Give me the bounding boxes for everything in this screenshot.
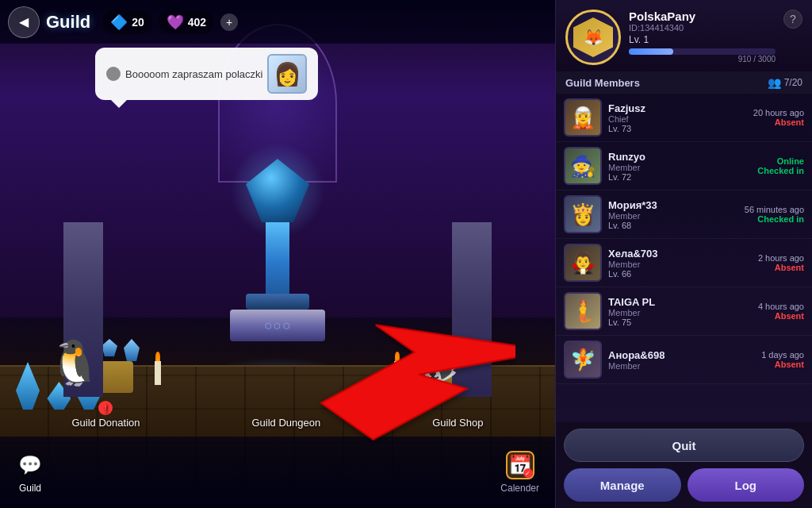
members-count: 👥 7/20 bbox=[768, 76, 802, 89]
member-role-4: Member bbox=[608, 308, 752, 318]
member-status-5: 1 days ago Absent bbox=[761, 350, 804, 369]
right-panel: 🦊 PolskaPany ID:134414340 Lv. 1 910 / 30… bbox=[555, 0, 812, 508]
player-level: Lv. 1 bbox=[629, 34, 776, 45]
member-time-3: 2 hours ago bbox=[758, 253, 804, 263]
player-details: PolskaPany ID:134414340 Lv. 1 910 / 3000 bbox=[629, 10, 776, 64]
candle-flame-right bbox=[395, 352, 400, 361]
main-altar: ⬡ ⬡ ⬡ bbox=[198, 159, 357, 397]
top-bar: ◀ Guild 🔷 20 💜 402 + bbox=[0, 0, 555, 44]
player-name: PolskaPany bbox=[629, 10, 776, 23]
member-time-0: 20 hours ago bbox=[753, 108, 804, 117]
member-avatar-4: 🧜 bbox=[564, 292, 602, 330]
member-role-3: Member bbox=[608, 260, 752, 269]
member-level-2: Lv. 68 bbox=[608, 221, 738, 230]
member-name-1: Runzyo bbox=[608, 151, 751, 163]
member-item[interactable]: 🧝 Fazjusz Chief Lv. 73 20 hours ago Abse… bbox=[556, 94, 812, 142]
exp-bar-fill bbox=[629, 48, 673, 55]
candle-body-left bbox=[155, 361, 161, 385]
calendar-nav-icon: 📅 ✓ bbox=[506, 451, 534, 479]
member-time-2: 56 minutes ago bbox=[745, 205, 804, 214]
resource2-value: 402 bbox=[188, 16, 206, 29]
member-badge-2: Checked in bbox=[745, 214, 804, 224]
member-level-0: Lv. 73 bbox=[608, 124, 747, 133]
member-info-5: Анора&698 Member bbox=[608, 349, 755, 371]
game-labels: ❗ Guild Donation Guild Dungeon Guild Sho… bbox=[0, 401, 555, 429]
members-count-value: 7/20 bbox=[784, 77, 802, 88]
nav-calendar[interactable]: 📅 ✓ Calender bbox=[500, 451, 539, 494]
guild-donation-label[interactable]: ❗ Guild Donation bbox=[71, 401, 140, 429]
emblem-image: 🦊 bbox=[573, 17, 613, 57]
manage-button[interactable]: Manage bbox=[564, 468, 681, 502]
member-avatar-5: 🧚 bbox=[564, 341, 602, 379]
member-time-1: Online bbox=[757, 156, 804, 166]
member-item[interactable]: 🧚 Анора&698 Member 1 days ago Absent bbox=[556, 336, 812, 384]
member-info-4: TAIGA PL Member Lv. 75 bbox=[608, 296, 752, 327]
exp-bar-container bbox=[629, 48, 776, 55]
member-status-3: 2 hours ago Absent bbox=[758, 253, 804, 272]
resource1-value: 20 bbox=[132, 16, 144, 29]
chat-icon bbox=[106, 67, 121, 81]
member-avatar-1: 🧙 bbox=[564, 147, 602, 185]
candle-flame-left bbox=[155, 352, 160, 361]
member-name-5: Анора&698 bbox=[608, 349, 755, 361]
member-time-4: 4 hours ago bbox=[758, 302, 804, 311]
member-name-0: Fazjusz bbox=[608, 102, 747, 114]
chat-message: Booooom zapraszam polaczki bbox=[125, 68, 262, 80]
guild-dungeon-label[interactable]: Guild Dungeon bbox=[251, 417, 320, 429]
candle-left bbox=[155, 352, 161, 385]
member-item[interactable]: 👸 Мория*33 Member Lv. 68 56 minutes ago … bbox=[556, 190, 812, 239]
member-item[interactable]: 🧛 Хела&703 Member Lv. 66 2 hours ago Abs… bbox=[556, 239, 812, 287]
member-badge-4: Absent bbox=[758, 311, 804, 321]
exp-text: 910 / 3000 bbox=[629, 55, 776, 64]
resource2-icon: 💜 bbox=[167, 13, 184, 31]
page-title: Guild bbox=[46, 12, 90, 33]
blue-gem-2 bbox=[102, 339, 117, 356]
nav-guild[interactable]: 💬 Guild bbox=[16, 451, 44, 494]
guild-emblem: 🦊 bbox=[565, 10, 621, 65]
character-left[interactable]: 🐧 bbox=[48, 341, 102, 385]
guild-shop-label[interactable]: Guild Shop bbox=[432, 417, 483, 429]
member-role-0: Chief bbox=[608, 114, 747, 124]
member-time-5: 1 days ago bbox=[761, 350, 804, 360]
member-role-1: Member bbox=[608, 163, 751, 172]
member-badge-3: Absent bbox=[758, 263, 804, 272]
member-item[interactable]: 🧜 TAIGA PL Member Lv. 75 4 hours ago Abs… bbox=[556, 287, 812, 336]
member-badge-5: Absent bbox=[761, 360, 804, 369]
member-status-2: 56 minutes ago Checked in bbox=[745, 205, 804, 224]
member-status-0: 20 hours ago Absent bbox=[753, 108, 804, 127]
altar-base: ⬡ ⬡ ⬡ bbox=[230, 310, 325, 341]
quit-button[interactable]: Quit bbox=[564, 429, 804, 462]
resource1-icon: 🔷 bbox=[110, 13, 128, 31]
help-button[interactable]: ? bbox=[783, 10, 802, 29]
members-icon: 👥 bbox=[768, 76, 781, 89]
donation-notification: ❗ bbox=[98, 401, 113, 415]
member-role-2: Member bbox=[608, 211, 738, 221]
char-body-right: 🦝 bbox=[405, 341, 460, 385]
back-button[interactable]: ◀ bbox=[8, 6, 40, 38]
member-status-1: Online Checked in bbox=[757, 156, 804, 175]
member-item[interactable]: 🧙 Runzyo Member Lv. 72 Online Checked in bbox=[556, 142, 812, 190]
candle-body-right bbox=[394, 361, 400, 385]
members-list: 🧝 Fazjusz Chief Lv. 73 20 hours ago Abse… bbox=[556, 94, 812, 422]
member-level-4: Lv. 75 bbox=[608, 318, 752, 327]
member-badge-1: Checked in bbox=[757, 166, 804, 175]
resource-group-1: 🔷 20 bbox=[102, 10, 152, 34]
player-id: ID:134414340 bbox=[629, 23, 776, 33]
member-avatar-0: 🧝 bbox=[564, 98, 602, 137]
member-name-2: Мория*33 bbox=[608, 199, 738, 211]
member-name-4: TAIGA PL bbox=[608, 296, 752, 308]
guild-nav-icon: 💬 bbox=[16, 451, 44, 479]
add-resource-button[interactable]: + bbox=[220, 13, 238, 31]
member-avatar-2: 👸 bbox=[564, 195, 602, 233]
bottom-buttons: Quit Manage Log bbox=[556, 422, 812, 508]
chat-bubble[interactable]: Booooom zapraszam polaczki 👩 bbox=[95, 48, 318, 100]
members-header: Guild Members 👥 7/20 bbox=[556, 71, 812, 94]
log-button[interactable]: Log bbox=[688, 468, 805, 502]
chat-avatar: 👩 bbox=[267, 54, 307, 94]
member-info-0: Fazjusz Chief Lv. 73 bbox=[608, 102, 747, 133]
char-body-left: 🐧 bbox=[48, 341, 102, 385]
member-name-3: Хела&703 bbox=[608, 248, 752, 260]
character-right[interactable]: 🦝 bbox=[405, 341, 460, 385]
member-info-1: Runzyo Member Lv. 72 bbox=[608, 151, 751, 182]
member-info-2: Мория*33 Member Lv. 68 bbox=[608, 199, 738, 230]
